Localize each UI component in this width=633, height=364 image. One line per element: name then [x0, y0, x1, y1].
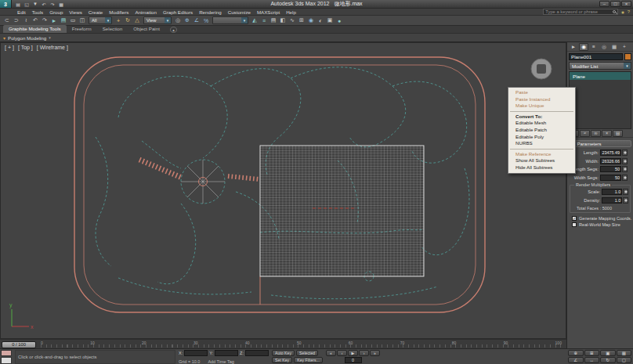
menu-item-hide-all-subtrees[interactable]: Hide All Subtrees — [508, 164, 575, 171]
configure-modifier-sets-button[interactable]: ▤ — [613, 130, 623, 137]
key-filters-button[interactable]: Key Filters... — [294, 357, 323, 363]
tab-freeform[interactable]: Freeform — [67, 25, 97, 33]
orbit-button[interactable]: ↻ — [600, 357, 616, 363]
object-name-field[interactable] — [569, 53, 623, 60]
window-crossing-toggle-icon[interactable]: ◫ — [78, 16, 87, 25]
tab-object-paint[interactable]: Object Paint — [128, 25, 165, 33]
menu-edit[interactable]: Edit — [14, 9, 29, 16]
redo-icon[interactable]: ↷ — [40, 16, 49, 25]
menu-tools[interactable]: Tools — [29, 9, 46, 16]
generate-mapping-coords-checkbox[interactable]: ✓ — [572, 216, 577, 221]
search-input[interactable] — [545, 9, 613, 15]
menu-animation[interactable]: Animation — [132, 9, 160, 16]
spinner[interactable] — [623, 189, 628, 195]
motion-tab[interactable]: ◎ — [599, 43, 609, 51]
current-frame-field[interactable]: 0 — [345, 357, 362, 363]
search-box[interactable] — [543, 9, 618, 15]
play-button[interactable]: ▶ — [348, 350, 358, 356]
minimize-button[interactable]: – — [599, 1, 609, 7]
align-icon[interactable]: ≡ — [259, 16, 269, 25]
graphite-ribbon-toggle-icon[interactable]: ◧ — [278, 16, 288, 25]
menu-group[interactable]: Group — [46, 9, 66, 16]
previous-frame-button[interactable]: ‹ — [337, 350, 347, 356]
menu-item-nurbs[interactable]: NURBS — [508, 140, 575, 147]
create-tab[interactable]: ► — [569, 43, 578, 51]
viewcube-icon[interactable] — [531, 59, 552, 79]
modify-tab[interactable]: ◉ — [579, 43, 588, 51]
length-segs-field[interactable]: 50 — [600, 166, 621, 172]
polygon-modeling-panel[interactable]: Polygon Modeling — [8, 35, 46, 41]
auto-key-button[interactable]: Auto Key — [272, 350, 295, 356]
timeline-ruler[interactable]: 0102030405060708090100 — [41, 340, 562, 345]
viewport-shading-menu[interactable]: [ Wireframe ] — [37, 45, 68, 50]
make-unique-button[interactable]: ∞ — [591, 130, 601, 137]
length-field[interactable]: 23475.49 — [600, 150, 621, 156]
favorites-icon[interactable]: ★ — [620, 9, 624, 15]
maximize-button[interactable]: □ — [610, 1, 620, 7]
menu-rendering[interactable]: Rendering — [196, 9, 225, 16]
select-and-move-icon[interactable]: + — [114, 16, 123, 25]
menu-views[interactable]: Views — [66, 9, 85, 16]
zoom-button[interactable]: ⊕ — [568, 350, 584, 356]
menu-customize[interactable]: Customize — [225, 9, 254, 16]
zoom-extents-all-button[interactable]: ▦ — [617, 350, 632, 356]
search-icon[interactable] — [613, 10, 616, 13]
material-editor-icon[interactable]: ◉ — [306, 16, 316, 25]
reference-coordinate-combo[interactable]: View ▾ — [143, 16, 172, 24]
layer-manager-icon[interactable]: ▤ — [269, 16, 278, 25]
rendered-frame-window-icon[interactable]: ▣ — [325, 16, 335, 25]
spinner[interactable] — [622, 166, 628, 172]
display-tab[interactable]: ▦ — [609, 43, 619, 51]
object-color-swatch[interactable] — [624, 53, 631, 60]
application-menu-button[interactable]: 3 — [0, 0, 12, 8]
use-pivot-point-icon[interactable]: ◎ — [173, 16, 183, 25]
redo-icon[interactable]: ↷ — [49, 1, 56, 8]
ribbon-minimize-button[interactable]: ▴ — [170, 27, 177, 33]
menu-help[interactable]: Help — [283, 9, 299, 16]
field-of-view-button[interactable]: ∠ — [568, 357, 584, 363]
render-production-icon[interactable]: ● — [335, 16, 344, 25]
zoom-extents-button[interactable]: ▣ — [600, 350, 616, 356]
z-coordinate-field[interactable] — [245, 350, 269, 356]
modifier-list-dropdown[interactable]: Modifier List ▾ — [569, 62, 631, 70]
hierarchy-tab[interactable]: ≡ — [589, 43, 599, 51]
tab-graphite-modeling-tools[interactable]: Graphite Modeling Tools — [3, 25, 67, 33]
spinner[interactable] — [622, 158, 628, 164]
menu-item-editable-poly[interactable]: Editable Poly — [508, 134, 575, 141]
time-slider[interactable]: 0 / 100 — [2, 341, 36, 348]
spinner[interactable] — [622, 150, 628, 156]
listener-script-pane[interactable] — [1, 357, 12, 364]
y-coordinate-field[interactable] — [215, 350, 238, 356]
stack-item-plane[interactable]: Plane — [570, 72, 631, 80]
project-folder-icon[interactable]: ▦ — [57, 1, 65, 8]
remove-modifier-button[interactable]: × — [602, 130, 612, 137]
utilities-tab[interactable]: + — [620, 43, 629, 51]
width-field[interactable]: 26326.66 — [600, 158, 621, 164]
maxscript-mini-listener[interactable] — [1, 350, 12, 364]
unlink-selection-icon[interactable]: ⊃ — [12, 16, 21, 25]
menu-item-show-all-subtrees[interactable]: Show All Subtrees — [508, 157, 575, 164]
select-object-icon[interactable]: ► — [49, 16, 59, 25]
percent-snap-icon[interactable]: % — [201, 16, 211, 25]
set-key-button[interactable]: Set Key — [272, 357, 292, 363]
close-button[interactable]: × — [621, 1, 631, 7]
menu-create[interactable]: Create — [85, 9, 107, 16]
listener-macro-pane[interactable] — [1, 350, 12, 357]
named-selection-sets-combo[interactable]: ▾ — [212, 16, 248, 24]
render-setup-icon[interactable]: ◐ — [316, 16, 325, 25]
top-viewport[interactable]: [ + ] [ Top ] [ Wireframe ] — [0, 42, 566, 339]
modifier-stack-list[interactable]: Plane — [569, 71, 631, 129]
next-frame-button[interactable]: › — [359, 350, 369, 356]
schematic-view-icon[interactable]: ⊞ — [297, 16, 306, 25]
tab-selection[interactable]: Selection — [97, 25, 128, 33]
maximize-viewport-toggle-button[interactable]: ▢ — [617, 357, 632, 363]
spinner[interactable] — [622, 175, 628, 181]
select-and-scale-icon[interactable]: △ — [132, 16, 142, 25]
scale-field[interactable]: 1.0 — [602, 189, 622, 195]
menu-maxscript[interactable]: MAXScript — [254, 9, 283, 16]
help-icon[interactable]: ? — [628, 9, 630, 14]
go-to-end-button[interactable]: » — [370, 350, 380, 356]
curve-editor-icon[interactable]: ∿ — [288, 16, 297, 25]
menu-graph-editors[interactable]: Graph Editors — [160, 9, 196, 16]
select-and-link-icon[interactable]: ⊂ — [2, 16, 12, 25]
